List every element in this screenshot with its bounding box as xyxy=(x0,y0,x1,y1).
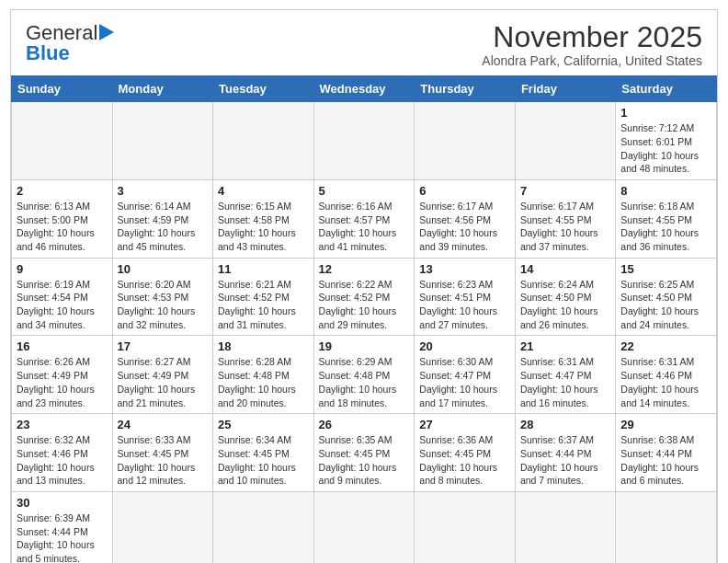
day-number: 3 xyxy=(118,184,209,198)
logo-arrow-icon xyxy=(99,24,114,40)
header-tuesday: Tuesday xyxy=(213,76,314,102)
calendar-page: General Blue November 2025 Alondra Park,… xyxy=(10,9,718,563)
logo: General Blue xyxy=(26,21,118,65)
calendar-cell: 18Sunrise: 6:28 AM Sunset: 4:48 PM Dayli… xyxy=(213,336,314,414)
day-info: Sunrise: 6:15 AM Sunset: 4:58 PM Dayligh… xyxy=(218,200,309,254)
calendar-cell xyxy=(213,491,314,563)
calendar-cell: 25Sunrise: 6:34 AM Sunset: 4:45 PM Dayli… xyxy=(213,414,314,492)
calendar-cell: 10Sunrise: 6:20 AM Sunset: 4:53 PM Dayli… xyxy=(112,258,213,336)
day-number: 9 xyxy=(17,262,108,276)
day-info: Sunrise: 6:24 AM Sunset: 4:50 PM Dayligh… xyxy=(520,278,610,332)
day-number: 15 xyxy=(620,262,711,276)
day-number: 22 xyxy=(620,339,711,353)
calendar-cell xyxy=(415,491,516,563)
day-number: 8 xyxy=(620,184,711,198)
day-info: Sunrise: 6:36 AM Sunset: 4:45 PM Dayligh… xyxy=(419,433,510,488)
day-info: Sunrise: 6:19 AM Sunset: 4:54 PM Dayligh… xyxy=(17,278,108,332)
calendar-cell: 11Sunrise: 6:21 AM Sunset: 4:52 PM Dayli… xyxy=(213,258,314,336)
header-wednesday: Wednesday xyxy=(313,76,415,102)
calendar-week-row: 30Sunrise: 6:39 AM Sunset: 4:44 PM Dayli… xyxy=(12,491,717,563)
header-saturday: Saturday xyxy=(616,76,717,102)
calendar-cell xyxy=(112,102,213,180)
title-area: November 2025 Alondra Park, California, … xyxy=(482,21,702,68)
day-number: 13 xyxy=(419,262,510,276)
day-number: 14 xyxy=(520,262,610,276)
calendar-cell: 13Sunrise: 6:23 AM Sunset: 4:51 PM Dayli… xyxy=(415,258,516,336)
calendar-cell: 2Sunrise: 6:13 AM Sunset: 5:00 PM Daylig… xyxy=(12,179,113,258)
day-number: 2 xyxy=(17,184,108,198)
calendar-cell: 20Sunrise: 6:30 AM Sunset: 4:47 PM Dayli… xyxy=(415,336,516,414)
calendar-week-row: 23Sunrise: 6:32 AM Sunset: 4:46 PM Dayli… xyxy=(12,414,717,492)
day-info: Sunrise: 6:20 AM Sunset: 4:53 PM Dayligh… xyxy=(118,278,209,332)
day-info: Sunrise: 7:12 AM Sunset: 6:01 PM Dayligh… xyxy=(620,121,711,176)
header-monday: Monday xyxy=(112,76,213,102)
calendar-week-row: 9Sunrise: 6:19 AM Sunset: 4:54 PM Daylig… xyxy=(12,258,717,336)
day-info: Sunrise: 6:33 AM Sunset: 4:45 PM Dayligh… xyxy=(118,433,209,488)
day-info: Sunrise: 6:14 AM Sunset: 4:59 PM Dayligh… xyxy=(118,200,209,254)
day-number: 1 xyxy=(620,106,711,120)
day-number: 18 xyxy=(218,339,309,353)
day-number: 20 xyxy=(419,339,510,353)
day-number: 7 xyxy=(520,184,610,198)
calendar-cell: 23Sunrise: 6:32 AM Sunset: 4:46 PM Dayli… xyxy=(12,414,113,492)
calendar-cell: 4Sunrise: 6:15 AM Sunset: 4:58 PM Daylig… xyxy=(213,179,314,258)
day-info: Sunrise: 6:17 AM Sunset: 4:56 PM Dayligh… xyxy=(419,200,510,254)
day-info: Sunrise: 6:37 AM Sunset: 4:44 PM Dayligh… xyxy=(520,433,610,488)
logo-blue-text: Blue xyxy=(26,41,70,64)
day-info: Sunrise: 6:13 AM Sunset: 5:00 PM Dayligh… xyxy=(17,200,108,254)
calendar-cell xyxy=(515,102,615,180)
calendar-cell xyxy=(616,491,717,563)
calendar-cell: 15Sunrise: 6:25 AM Sunset: 4:50 PM Dayli… xyxy=(616,258,717,336)
calendar-cell: 22Sunrise: 6:31 AM Sunset: 4:46 PM Dayli… xyxy=(616,336,717,414)
day-info: Sunrise: 6:29 AM Sunset: 4:48 PM Dayligh… xyxy=(319,355,410,409)
day-number: 12 xyxy=(319,262,410,276)
calendar-cell: 8Sunrise: 6:18 AM Sunset: 4:55 PM Daylig… xyxy=(616,179,717,258)
day-info: Sunrise: 6:26 AM Sunset: 4:49 PM Dayligh… xyxy=(17,355,108,409)
day-info: Sunrise: 6:25 AM Sunset: 4:50 PM Dayligh… xyxy=(620,278,711,332)
header-thursday: Thursday xyxy=(415,76,516,102)
day-number: 29 xyxy=(620,418,711,431)
calendar-cell: 12Sunrise: 6:22 AM Sunset: 4:52 PM Dayli… xyxy=(313,258,415,336)
day-number: 10 xyxy=(118,262,209,276)
day-info: Sunrise: 6:17 AM Sunset: 4:55 PM Dayligh… xyxy=(520,200,610,254)
calendar-cell: 29Sunrise: 6:38 AM Sunset: 4:44 PM Dayli… xyxy=(616,414,717,492)
day-info: Sunrise: 6:31 AM Sunset: 4:46 PM Dayligh… xyxy=(620,355,711,409)
day-number: 25 xyxy=(218,418,309,431)
calendar-cell: 9Sunrise: 6:19 AM Sunset: 4:54 PM Daylig… xyxy=(12,258,113,336)
day-info: Sunrise: 6:38 AM Sunset: 4:44 PM Dayligh… xyxy=(620,433,711,488)
day-number: 30 xyxy=(17,496,108,510)
day-number: 23 xyxy=(17,418,108,431)
day-number: 28 xyxy=(520,418,610,431)
month-title: November 2025 xyxy=(482,21,702,53)
calendar-cell: 6Sunrise: 6:17 AM Sunset: 4:56 PM Daylig… xyxy=(415,179,516,258)
day-number: 11 xyxy=(218,262,309,276)
location: Alondra Park, California, United States xyxy=(482,53,702,68)
calendar-cell: 5Sunrise: 6:16 AM Sunset: 4:57 PM Daylig… xyxy=(313,179,415,258)
header-sunday: Sunday xyxy=(12,76,113,102)
day-info: Sunrise: 6:32 AM Sunset: 4:46 PM Dayligh… xyxy=(17,433,108,488)
day-number: 5 xyxy=(319,184,410,198)
calendar-cell: 26Sunrise: 6:35 AM Sunset: 4:45 PM Dayli… xyxy=(313,414,415,492)
calendar-cell: 1Sunrise: 7:12 AM Sunset: 6:01 PM Daylig… xyxy=(616,102,717,180)
day-info: Sunrise: 6:31 AM Sunset: 4:47 PM Dayligh… xyxy=(520,355,610,409)
calendar-cell: 16Sunrise: 6:26 AM Sunset: 4:49 PM Dayli… xyxy=(12,336,113,414)
calendar-cell: 7Sunrise: 6:17 AM Sunset: 4:55 PM Daylig… xyxy=(515,179,615,258)
day-info: Sunrise: 6:16 AM Sunset: 4:57 PM Dayligh… xyxy=(319,200,410,254)
day-number: 27 xyxy=(419,418,510,431)
day-number: 6 xyxy=(419,184,510,198)
day-info: Sunrise: 6:35 AM Sunset: 4:45 PM Dayligh… xyxy=(319,433,410,488)
calendar-week-row: 1Sunrise: 7:12 AM Sunset: 6:01 PM Daylig… xyxy=(12,102,717,180)
calendar-week-row: 2Sunrise: 6:13 AM Sunset: 5:00 PM Daylig… xyxy=(12,179,717,258)
day-header-row: Sunday Monday Tuesday Wednesday Thursday… xyxy=(12,76,717,102)
calendar-cell: 21Sunrise: 6:31 AM Sunset: 4:47 PM Dayli… xyxy=(515,336,615,414)
day-info: Sunrise: 6:30 AM Sunset: 4:47 PM Dayligh… xyxy=(419,355,510,409)
day-info: Sunrise: 6:18 AM Sunset: 4:55 PM Dayligh… xyxy=(620,200,711,254)
day-number: 4 xyxy=(218,184,309,198)
day-number: 21 xyxy=(520,339,610,353)
calendar-cell xyxy=(415,102,516,180)
day-info: Sunrise: 6:28 AM Sunset: 4:48 PM Dayligh… xyxy=(218,355,309,409)
calendar-table: Sunday Monday Tuesday Wednesday Thursday… xyxy=(11,75,717,563)
calendar-cell: 28Sunrise: 6:37 AM Sunset: 4:44 PM Dayli… xyxy=(515,414,615,492)
calendar-cell: 19Sunrise: 6:29 AM Sunset: 4:48 PM Dayli… xyxy=(313,336,415,414)
header: General Blue November 2025 Alondra Park,… xyxy=(11,10,717,75)
